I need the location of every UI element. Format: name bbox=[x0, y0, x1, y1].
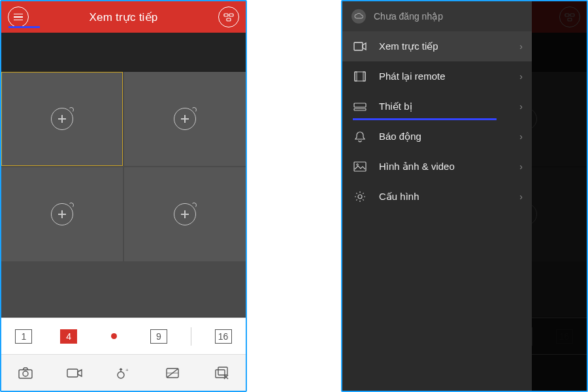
svg-rect-11 bbox=[216, 370, 225, 378]
menu-item-label: Báo động bbox=[379, 131, 421, 142]
layout-box: 16 bbox=[215, 329, 232, 344]
chevron-right-icon: › bbox=[519, 41, 523, 52]
record-video-button[interactable] bbox=[61, 360, 88, 386]
alarm-icon bbox=[353, 131, 367, 142]
settings-icon bbox=[353, 191, 367, 203]
add-camera-icon bbox=[174, 108, 196, 130]
devices-button[interactable] bbox=[218, 7, 239, 27]
phone-liveview: Xem trực tiếp 1 4 bbox=[0, 0, 247, 392]
svg-text:+: + bbox=[125, 367, 129, 373]
device-icon bbox=[353, 102, 367, 111]
devices-icon bbox=[223, 12, 234, 22]
layout-selector: 1 4 9 16 bbox=[1, 318, 246, 354]
record-indicator[interactable] bbox=[101, 323, 127, 350]
svg-rect-5 bbox=[67, 369, 78, 377]
record-dot-icon bbox=[111, 333, 117, 339]
svg-rect-21 bbox=[363, 72, 365, 81]
svg-rect-12 bbox=[218, 367, 227, 375]
menu-item-label: Hình ảnh & video bbox=[379, 161, 455, 172]
camera-grid bbox=[1, 72, 246, 261]
ptz-button[interactable]: + bbox=[110, 360, 137, 386]
layout-box: 4 bbox=[60, 329, 77, 344]
layout-4[interactable]: 4 bbox=[56, 323, 82, 350]
menu-item-settings[interactable]: Cấu hình › bbox=[342, 182, 532, 212]
svg-rect-24 bbox=[354, 162, 366, 171]
menu-item-label: Phát lại remote bbox=[379, 71, 446, 82]
chevron-right-icon: › bbox=[519, 71, 523, 82]
menu-item-playback[interactable]: Phát lại remote › bbox=[342, 61, 532, 91]
menu-button[interactable] bbox=[8, 7, 29, 27]
camera-tile[interactable] bbox=[124, 72, 246, 166]
annotation-underline-menu bbox=[8, 26, 40, 28]
camera-icon bbox=[18, 367, 33, 380]
svg-rect-18 bbox=[354, 42, 363, 50]
chevron-right-icon: › bbox=[519, 101, 523, 112]
video-record-icon bbox=[66, 367, 83, 380]
layout-box: 1 bbox=[15, 329, 32, 344]
media-icon bbox=[353, 161, 367, 172]
side-menu: Chưa đăng nhập Xem trực tiếp › Phát lại … bbox=[342, 1, 532, 391]
annotation-underline-devices bbox=[353, 118, 497, 120]
snapshot-button[interactable] bbox=[12, 360, 39, 386]
close-all-button[interactable] bbox=[208, 360, 235, 386]
svg-rect-19 bbox=[355, 72, 365, 81]
menu-item-label: Thiết bị bbox=[379, 101, 412, 112]
quality-icon bbox=[165, 367, 180, 380]
svg-rect-2 bbox=[227, 18, 231, 21]
camera-tile[interactable] bbox=[124, 167, 246, 261]
layout-9[interactable]: 9 bbox=[146, 323, 172, 350]
menu-item-label: Cấu hình bbox=[379, 191, 419, 203]
chevron-right-icon: › bbox=[519, 191, 523, 202]
header-spacer bbox=[1, 33, 246, 72]
svg-rect-22 bbox=[354, 103, 366, 107]
phone-menu-open: Xem trực tiếp 1 4 9 16 bbox=[341, 0, 588, 392]
login-status-label: Chưa đăng nhập bbox=[374, 11, 443, 22]
cloud-icon bbox=[351, 9, 366, 24]
svg-rect-1 bbox=[229, 14, 233, 16]
chevron-right-icon: › bbox=[519, 161, 523, 172]
svg-point-4 bbox=[23, 371, 28, 376]
bottom-toolbar: + bbox=[1, 354, 246, 391]
svg-rect-20 bbox=[355, 72, 357, 81]
menu-item-media[interactable]: Hình ảnh & video › bbox=[342, 152, 532, 182]
layout-box: 9 bbox=[150, 329, 167, 344]
chevron-right-icon: › bbox=[519, 131, 523, 142]
menu-item-liveview[interactable]: Xem trực tiếp › bbox=[342, 31, 532, 61]
layout-16[interactable]: 16 bbox=[210, 323, 237, 350]
close-all-icon bbox=[214, 366, 229, 380]
menu-item-alarm[interactable]: Báo động › bbox=[342, 122, 532, 152]
grid-footer-space bbox=[1, 261, 246, 318]
svg-rect-0 bbox=[224, 14, 228, 16]
add-camera-icon bbox=[174, 203, 196, 225]
menu-item-label: Xem trực tiếp bbox=[379, 41, 438, 52]
svg-point-26 bbox=[358, 195, 362, 199]
add-camera-icon bbox=[51, 108, 73, 130]
camera-tile[interactable] bbox=[1, 72, 123, 166]
playback-icon bbox=[353, 71, 367, 82]
header-title: Xem trực tiếp bbox=[29, 10, 218, 24]
layout-1[interactable]: 1 bbox=[10, 323, 37, 350]
ptz-icon: + bbox=[116, 366, 131, 380]
svg-point-6 bbox=[118, 372, 124, 378]
camera-tile[interactable] bbox=[1, 167, 123, 261]
svg-point-25 bbox=[357, 164, 359, 166]
svg-rect-23 bbox=[354, 108, 366, 110]
menu-login-status[interactable]: Chưa đăng nhập bbox=[342, 1, 532, 31]
divider bbox=[191, 327, 191, 346]
menu-icon bbox=[14, 14, 23, 21]
liveview-icon bbox=[353, 42, 367, 51]
quality-button[interactable] bbox=[159, 360, 186, 386]
menu-item-devices[interactable]: Thiết bị › bbox=[342, 91, 532, 122]
app-header: Xem trực tiếp bbox=[1, 1, 246, 33]
add-camera-icon bbox=[51, 203, 73, 225]
